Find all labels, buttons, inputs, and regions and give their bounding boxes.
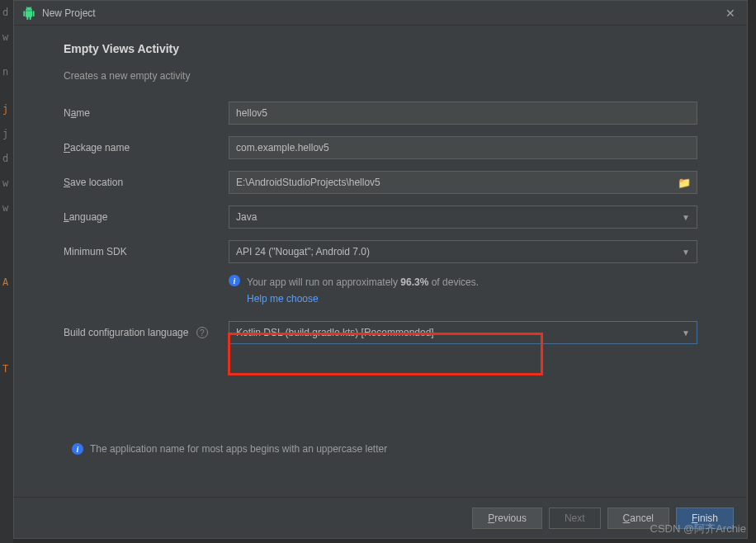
min-sdk-label: Minimum SDK	[64, 246, 229, 257]
page-subtitle: Creates a new empty activity	[64, 70, 697, 82]
browse-folder-icon[interactable]: 📁	[678, 177, 691, 189]
help-choose-link[interactable]: Help me choose	[247, 291, 479, 306]
bg-char: w	[2, 31, 8, 43]
cancel-button[interactable]: Cancel	[607, 508, 669, 529]
titlebar: New Project ✕	[14, 1, 747, 26]
language-label: Language	[64, 211, 229, 223]
help-icon[interactable]: ?	[196, 327, 208, 338]
bg-char: w	[2, 202, 8, 214]
language-value: Java	[236, 211, 257, 223]
android-icon	[22, 7, 35, 20]
bg-char: n	[2, 66, 8, 78]
page-title: Empty Views Activity	[64, 42, 697, 55]
save-location-label: Save location	[64, 177, 229, 188]
dialog-content: Empty Views Activity Creates a new empty…	[14, 26, 747, 497]
new-project-dialog: New Project ✕ Empty Views Activity Creat…	[13, 0, 748, 539]
chevron-down-icon: ▼	[682, 328, 690, 338]
next-button: Next	[549, 508, 601, 529]
language-select[interactable]: Java ▼	[229, 205, 697, 229]
min-sdk-value: API 24 ("Nougat"; Android 7.0)	[236, 246, 370, 257]
build-config-label: Build configuration language ?	[64, 327, 229, 339]
name-input[interactable]	[229, 102, 697, 125]
package-label: Package name	[64, 142, 229, 153]
titlebar-title: New Project	[42, 7, 722, 19]
build-config-select[interactable]: Kotlin DSL (build.gradle.kts) [Recommend…	[229, 321, 697, 344]
bg-char: A	[2, 276, 8, 288]
chevron-down-icon: ▼	[682, 248, 690, 257]
save-location-input[interactable]	[229, 171, 697, 194]
device-coverage-text: Your app will run on approximately 96.3%…	[247, 275, 479, 306]
close-button[interactable]: ✕	[722, 5, 739, 21]
finish-button[interactable]: Finish	[676, 508, 734, 529]
name-label: Name	[64, 107, 229, 119]
bg-char: d	[2, 7, 8, 18]
min-sdk-select[interactable]: API 24 ("Nougat"; Android 7.0) ▼	[229, 240, 697, 263]
info-icon: i	[229, 275, 240, 286]
previous-button[interactable]: Previous	[472, 508, 542, 529]
dialog-footer: Previous Next Cancel Finish	[14, 497, 747, 538]
chevron-down-icon: ▼	[682, 213, 690, 222]
bg-char: j	[2, 103, 8, 115]
app-name-hint: The application name for most apps begin…	[90, 443, 387, 455]
build-config-value: Kotlin DSL (build.gradle.kts) [Recommend…	[236, 327, 434, 338]
info-icon: i	[72, 443, 83, 455]
bg-char: j	[2, 128, 8, 139]
bg-char: T	[2, 363, 8, 375]
bg-char: w	[2, 177, 8, 189]
bg-char: d	[2, 153, 8, 164]
package-input[interactable]	[229, 136, 697, 159]
